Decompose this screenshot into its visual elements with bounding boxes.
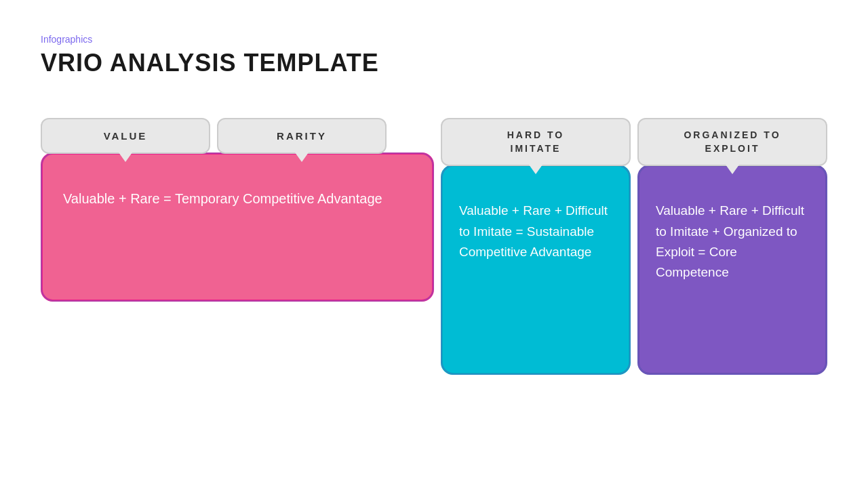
purple-card: Valuable + Rare + Difficult to Imitate +…	[637, 165, 827, 375]
sketch-border-cyan	[441, 165, 631, 375]
main-title: VRIO ANALYSIS TEMPLATE	[41, 49, 827, 77]
left-card: Valuable + Rare = Temporary Competitive …	[41, 152, 434, 302]
left-card-text: Valuable + Rare = Temporary Competitive …	[63, 188, 412, 209]
rarity-label: RARITY	[277, 130, 327, 142]
hard-to-imitate-line2: IMITATE	[511, 143, 561, 154]
purple-card-text: Valuable + Rare + Difficult to Imitate +…	[656, 201, 809, 283]
value-bubble: VALUE	[41, 118, 210, 154]
sketch-border-left	[41, 152, 434, 302]
subtitle: Infographics	[41, 34, 827, 45]
value-label: VALUE	[104, 130, 148, 142]
hard-to-imitate-wrapper: HARD TO IMITATE Valuable + Rare + Diffic…	[441, 118, 631, 375]
cyan-card: Valuable + Rare + Difficult to Imitate =…	[441, 165, 631, 375]
hard-to-imitate-bubble: HARD TO IMITATE	[441, 118, 631, 166]
left-section: VALUE RARITY Valuable + Rare = Temporary…	[41, 118, 434, 302]
organized-line2: EXPLOIT	[705, 143, 760, 154]
organized-line1: ORGANIZED TO	[684, 129, 781, 140]
organized-bubble: ORGANIZED TO EXPLOIT	[637, 118, 827, 166]
organized-wrapper: ORGANIZED TO EXPLOIT Valuable + Rare + D…	[637, 118, 827, 375]
cyan-card-text: Valuable + Rare + Difficult to Imitate =…	[459, 201, 612, 262]
right-section: HARD TO IMITATE Valuable + Rare + Diffic…	[441, 118, 827, 375]
page: Infographics VRIO ANALYSIS TEMPLATE VALU…	[0, 0, 868, 488]
cards-container: VALUE RARITY Valuable + Rare = Temporary…	[41, 118, 827, 375]
hard-to-imitate-line1: HARD TO	[507, 129, 565, 140]
rarity-bubble: RARITY	[217, 118, 387, 154]
left-bubbles: VALUE RARITY	[41, 118, 434, 154]
